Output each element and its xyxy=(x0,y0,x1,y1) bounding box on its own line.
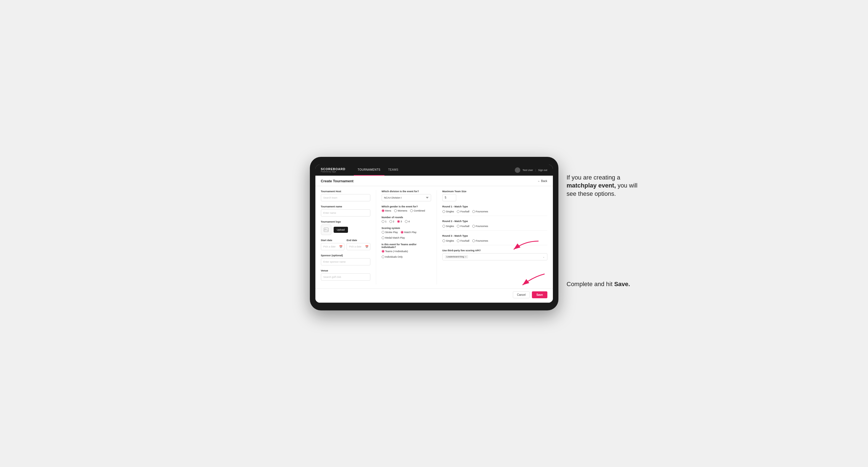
scoring-stroke-play[interactable]: Stroke Play xyxy=(382,231,398,234)
start-date-wrap: 📅 xyxy=(321,243,345,250)
svg-point-1 xyxy=(325,229,326,229)
round-4-radio[interactable] xyxy=(405,220,408,223)
max-team-size-label: Maximum Team Size xyxy=(442,190,547,193)
api-select[interactable]: Leaderboard King × ⌄ xyxy=(442,253,547,260)
form-right-column: Maximum Team Size Round 1 - Match Type S… xyxy=(437,190,547,284)
round1-foursomes[interactable]: Foursomes xyxy=(472,210,488,213)
round2-singles[interactable]: Singles xyxy=(442,225,454,227)
start-date-label: Start date xyxy=(321,239,345,242)
gender-womens-radio[interactable] xyxy=(394,209,397,212)
nav-tab-tournaments[interactable]: TOURNAMENTS xyxy=(354,165,384,176)
round3-fourball[interactable]: Fourball xyxy=(457,240,469,242)
round3-singles-radio[interactable] xyxy=(442,240,445,242)
nav-tab-teams[interactable]: TEAMS xyxy=(384,165,402,176)
tournament-host-input[interactable] xyxy=(321,194,370,201)
api-remove-icon[interactable]: × xyxy=(465,255,466,258)
round3-fourball-radio[interactable] xyxy=(457,240,460,242)
annotation-right: If you are creating a matchplay event, y… xyxy=(567,174,647,198)
save-button[interactable]: Save xyxy=(532,291,547,298)
round-3[interactable]: 3 xyxy=(397,220,402,223)
round3-radio-group: Singles Fourball Foursomes xyxy=(442,240,547,242)
tournament-host-label: Tournament Host xyxy=(321,190,370,193)
end-date-calendar-icon: 📅 xyxy=(365,245,368,248)
upload-button[interactable]: Upload xyxy=(334,227,348,233)
scoring-label: Scoring system xyxy=(382,227,431,229)
division-label: Which division is the event for? xyxy=(382,190,431,193)
rounds-radio-group: 1 2 3 4 xyxy=(382,220,431,223)
round1-radio-group: Singles Fourball Foursomes xyxy=(442,210,547,213)
gender-combined[interactable]: Combined xyxy=(410,209,425,212)
api-tag: Leaderboard King × xyxy=(445,255,468,258)
round3-singles[interactable]: Singles xyxy=(442,240,454,242)
page-title: Create Tournament xyxy=(321,179,353,183)
round2-foursomes[interactable]: Foursomes xyxy=(472,225,488,227)
rounds-group: Number of rounds 1 2 3 xyxy=(382,216,431,223)
cancel-button[interactable]: Cancel xyxy=(513,291,530,298)
gender-radio-group: Mens Womens Combined xyxy=(382,209,431,212)
gender-combined-radio[interactable] xyxy=(410,209,413,212)
tablet-screen: SCOREBOARD Powered by clippt TOURNAMENTS… xyxy=(315,165,553,303)
logo-placeholder xyxy=(321,224,332,235)
round1-match-type: Round 1 - Match Type Singles Fourball Fo… xyxy=(442,205,547,216)
end-date-label: End date xyxy=(347,239,370,242)
logo-text: SCOREBOARD xyxy=(321,167,345,171)
annotation-bottom: Complete and hit Save. xyxy=(567,280,647,288)
tournament-name-input[interactable] xyxy=(321,209,370,217)
round-1-radio[interactable] xyxy=(382,220,384,223)
individuals-option[interactable]: Individuals Only xyxy=(382,255,403,258)
tournament-logo-label: Tournament logo xyxy=(321,220,370,223)
round2-foursomes-radio[interactable] xyxy=(472,225,475,227)
round2-singles-radio[interactable] xyxy=(442,225,445,227)
round1-fourball[interactable]: Fourball xyxy=(457,210,469,213)
form-body: Tournament Host Tournament name Tourname… xyxy=(315,186,553,288)
gender-mens-radio[interactable] xyxy=(382,209,384,212)
venue-input[interactable] xyxy=(321,273,370,281)
nav-user-name: Test User xyxy=(523,169,533,172)
round2-fourball[interactable]: Fourball xyxy=(457,225,469,227)
end-date-wrap: 📅 xyxy=(347,243,370,250)
scoring-medal-radio[interactable] xyxy=(382,237,384,239)
round2-radio-group: Singles Fourball Foursomes xyxy=(442,225,547,227)
scoring-match-play[interactable]: Match Play xyxy=(401,231,417,234)
tournament-name-label: Tournament name xyxy=(321,205,370,208)
sponsor-label: Sponsor (optional) xyxy=(321,254,370,257)
scoring-radio-group: Stroke Play Match Play Medal Match Play xyxy=(382,231,431,239)
round3-foursomes-radio[interactable] xyxy=(472,240,475,242)
scoring-stroke-radio[interactable] xyxy=(382,231,384,234)
round-4[interactable]: 4 xyxy=(405,220,410,223)
gender-womens[interactable]: Womens xyxy=(394,209,407,212)
round2-fourball-radio[interactable] xyxy=(457,225,460,227)
end-date-group: End date 📅 xyxy=(347,239,370,250)
round-3-radio[interactable] xyxy=(397,220,400,223)
teams-option[interactable]: Teams (+Individuals) xyxy=(382,250,408,253)
image-icon xyxy=(324,227,329,232)
teams-radio[interactable] xyxy=(382,250,384,253)
round1-singles[interactable]: Singles xyxy=(442,210,454,213)
individuals-radio[interactable] xyxy=(382,255,384,258)
round-1[interactable]: 1 xyxy=(382,220,386,223)
round-2[interactable]: 2 xyxy=(390,220,394,223)
venue-label: Venue xyxy=(321,269,370,272)
scoring-match-radio[interactable] xyxy=(401,231,403,234)
tournament-host-group: Tournament Host xyxy=(321,190,370,201)
round3-foursomes[interactable]: Foursomes xyxy=(472,240,488,242)
tablet-frame: SCOREBOARD Powered by clippt TOURNAMENTS… xyxy=(310,157,558,310)
back-link[interactable]: ← Back xyxy=(537,180,547,183)
round1-singles-radio[interactable] xyxy=(442,210,445,213)
team-label: Is this event for Teams and/or Individua… xyxy=(382,243,431,249)
gender-mens[interactable]: Mens xyxy=(382,209,391,212)
round1-foursomes-radio[interactable] xyxy=(472,210,475,213)
max-team-size-input[interactable] xyxy=(442,194,456,201)
scoring-medal[interactable]: Medal Match Play xyxy=(382,237,405,239)
round1-fourball-radio[interactable] xyxy=(457,210,460,213)
start-date-calendar-icon: 📅 xyxy=(339,245,342,248)
content-area: Create Tournament ← Back Tournament Host… xyxy=(315,176,553,303)
sponsor-input[interactable] xyxy=(321,258,370,266)
start-date-group: Start date 📅 xyxy=(321,239,345,250)
signout-link[interactable]: Sign out xyxy=(538,169,547,172)
max-team-size-group: Maximum Team Size xyxy=(442,190,547,201)
tournament-logo-group: Tournament logo Upload xyxy=(321,220,370,235)
division-select[interactable]: NCAA Division I xyxy=(382,194,431,201)
round-2-radio[interactable] xyxy=(390,220,392,223)
team-radio-group: Teams (+Individuals) Individuals Only xyxy=(382,250,431,258)
